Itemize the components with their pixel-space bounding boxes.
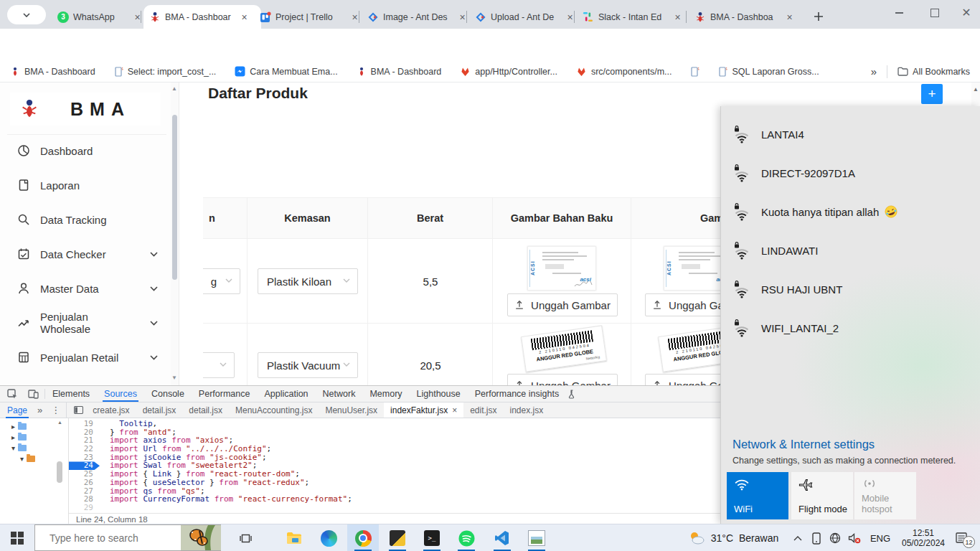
bookmark-item[interactable]: SQL Laporan Gross... [718, 67, 819, 77]
sidebar-item-laporan[interactable]: Laporan [17, 173, 158, 197]
all-bookmarks-button[interactable]: All Bookmarks [897, 67, 970, 77]
tray-language[interactable]: ENG [867, 524, 894, 551]
kemasan-select[interactable]: Plastik Kiloan [258, 268, 358, 294]
brand-logo[interactable]: BMA [10, 93, 161, 126]
taskbar-spotify[interactable] [451, 524, 482, 551]
scrollbar-thumb[interactable] [57, 461, 62, 483]
tab-whatsapp[interactable]: 3 WhatsApp × [52, 5, 149, 29]
network-settings-link[interactable]: Network & Internet settings [732, 438, 875, 451]
file-tree-item[interactable]: ▾ [11, 443, 27, 453]
file-tab[interactable]: index.jsx [504, 402, 550, 418]
bookmark-item[interactable]: BMA - Dashboard [10, 67, 95, 77]
satuan-select[interactable] [203, 352, 235, 378]
taskbar-image-viewer[interactable] [521, 524, 552, 551]
file-tree-item[interactable]: ▾ [20, 453, 35, 463]
wifi-network-item[interactable]: WIFI_LANTAI_2 [721, 309, 980, 347]
sidebar-item-data-checker[interactable]: Data Checker [17, 242, 158, 266]
inspect-element-icon[interactable] [0, 389, 22, 400]
sidebar-item-data-tracking[interactable]: Data Tracking [17, 207, 158, 232]
bookmark-item[interactable]: Select: import_cost_... [114, 67, 217, 77]
wifi-network-item[interactable]: LANTAI4 [721, 115, 980, 154]
scroll-up-icon[interactable]: ▲ [171, 85, 177, 92]
search-input[interactable] [48, 532, 181, 545]
tab-search-button[interactable] [7, 5, 46, 24]
sidebar-item-penjualan-wholesale[interactable]: Penjualan Wholesale [17, 311, 158, 335]
device-toolbar-icon[interactable] [22, 389, 45, 399]
devtools-tab-lighthouse[interactable]: Lighthouse [410, 386, 468, 402]
wifi-network-item[interactable]: LINDAWATI [721, 231, 980, 270]
mobile-hotspot-tile[interactable]: Mobile hotspot [854, 472, 916, 519]
file-tab[interactable]: edit.jsx [463, 402, 503, 418]
start-button[interactable] [0, 524, 34, 551]
taskbar-weather[interactable]: 31°C Berawan [683, 524, 783, 551]
satuan-select[interactable]: g [203, 268, 240, 294]
tab-bma-2[interactable]: BMA - Dashboa × [689, 5, 808, 29]
wifi-network-item[interactable]: Kuota hanya titipan allah [721, 192, 980, 231]
wifi-network-item[interactable]: RSU HAJI UBNT [721, 270, 980, 309]
tab-slack[interactable]: Slack - Intan Ed × [577, 5, 694, 29]
bookmarks-overflow-icon[interactable]: » [871, 65, 877, 77]
sidebar-scrollbar[interactable]: ▲ ▼ [171, 83, 179, 385]
bookmark-item-icon-only[interactable] [690, 67, 699, 77]
flight-mode-tile[interactable]: Flight mode [791, 472, 853, 519]
taskbar-search[interactable] [34, 524, 221, 551]
notification-center-button[interactable]: 12 [951, 524, 980, 551]
wifi-network-item[interactable]: DIRECT-92097D1A [721, 154, 980, 192]
devtools-tab-elements[interactable]: Elements [45, 386, 97, 402]
scroll-up-icon[interactable]: ▲ [973, 86, 979, 93]
devtools-tab-performance[interactable]: Performance [192, 386, 258, 402]
upload-bahan-baku-button[interactable]: Unggah Gambar [507, 293, 618, 316]
close-icon[interactable]: × [131, 11, 143, 23]
sidebar-item-dashboard[interactable]: Dashboard [17, 138, 158, 163]
tab-bma-active[interactable]: BMA - Dashboar × [143, 5, 261, 29]
devtools-tab-console[interactable]: Console [144, 386, 192, 402]
taskbar-terminal[interactable]: >_ [416, 524, 448, 551]
more-tabs-icon[interactable]: » [34, 405, 45, 415]
close-icon[interactable]: × [672, 11, 684, 23]
bookmark-item[interactable]: Cara Membuat Ema... [235, 66, 337, 77]
wifi-toggle-tile[interactable]: WiFi [727, 472, 788, 519]
window-minimize-button[interactable] [885, 1, 913, 25]
tree-scrollbar[interactable]: ▲ ▼ [56, 420, 63, 513]
bookmark-item[interactable]: src/components/m... [576, 67, 672, 77]
file-tree-item[interactable]: ▸ [11, 421, 27, 431]
page-scrollbar[interactable]: ▲ [971, 83, 980, 106]
collapse-panel-icon[interactable] [74, 406, 83, 414]
devtools-tab-application[interactable]: Application [257, 386, 315, 402]
scrollbar-thumb[interactable] [172, 115, 177, 280]
new-tab-button[interactable] [808, 4, 829, 29]
window-maximize-button[interactable] [921, 1, 948, 25]
devtools-tab-network[interactable]: Network [316, 386, 363, 402]
file-tab[interactable]: detail.jsx [136, 402, 183, 418]
sources-page-tab[interactable]: Page [0, 402, 34, 418]
taskbar-edge[interactable] [313, 524, 344, 551]
sidebar-item-master-data[interactable]: Master Data [17, 276, 158, 301]
tray-volume-muted-icon[interactable] [845, 524, 864, 551]
task-view-button[interactable] [231, 524, 260, 551]
add-product-button[interactable]: + [921, 84, 943, 104]
close-icon[interactable]: × [238, 11, 250, 23]
close-icon[interactable]: × [783, 11, 796, 23]
devtools-tab-performance-insights[interactable]: Performance insights [468, 386, 566, 402]
tray-clock[interactable]: 12:51 05/02/2024 [897, 524, 950, 551]
window-close-button[interactable]: ✕ [953, 1, 980, 25]
bookmark-item[interactable]: BMA - Dashboard [357, 67, 442, 77]
close-icon[interactable]: × [452, 405, 457, 415]
tray-your-phone-icon[interactable] [808, 524, 825, 551]
bookmark-item[interactable]: app/Http/Controller... [460, 67, 557, 77]
tray-show-hidden-icons[interactable] [789, 524, 806, 551]
tab-image-antd[interactable]: Image - Ant Des × [362, 5, 475, 29]
file-tab-active[interactable]: indexFaktur.jsx × [384, 402, 463, 418]
tab-upload-antd[interactable]: Upload - Ant De × [469, 5, 583, 29]
tab-trello[interactable]: Project | Trello × [254, 5, 367, 29]
kemasan-select[interactable]: Plastik Vacuum [258, 352, 358, 378]
devtools-tab-sources[interactable]: Sources [97, 386, 144, 402]
taskbar-file-explorer[interactable] [278, 524, 310, 551]
file-tree-item[interactable]: ▸ [11, 432, 27, 442]
tray-network-icon[interactable] [826, 524, 844, 551]
taskbar-chrome-active[interactable] [347, 524, 379, 551]
devtools-tab-memory[interactable]: Memory [362, 386, 409, 402]
scroll-down-icon[interactable]: ▼ [171, 375, 177, 381]
file-tab[interactable]: detail.jsx [182, 402, 229, 418]
taskbar-notepad[interactable] [382, 524, 413, 551]
